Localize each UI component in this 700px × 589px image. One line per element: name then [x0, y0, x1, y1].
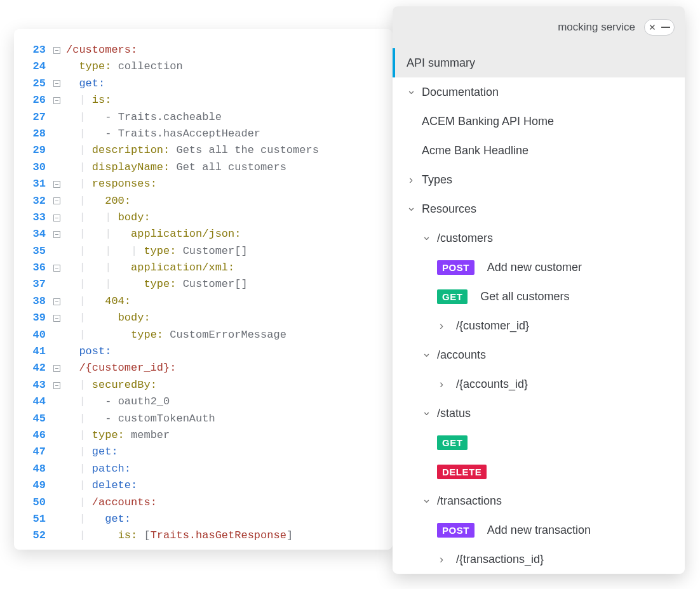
code-content[interactable]: | delete:	[62, 477, 137, 494]
code-content[interactable]: | | | type: Customer[]	[62, 243, 248, 260]
code-content[interactable]: | displayName: Get all customers	[62, 159, 286, 176]
code-content[interactable]: | 404:	[62, 293, 131, 310]
fold-toggle-icon[interactable]	[53, 365, 60, 372]
code-line[interactable]: 23/customers:	[14, 42, 393, 58]
code-content[interactable]: | - Traits.cacheable	[62, 109, 222, 126]
resource-child-node[interactable]: /{transactions_id}	[393, 545, 685, 574]
code-line[interactable]: 41 post:	[14, 343, 393, 360]
code-content[interactable]: /customers:	[62, 42, 137, 58]
fold-gutter[interactable]	[51, 298, 62, 305]
fold-gutter[interactable]	[51, 382, 62, 389]
code-line[interactable]: 44 | - oauth2_0	[14, 394, 393, 410]
code-content[interactable]: | securedBy:	[62, 377, 157, 394]
code-line[interactable]: 28 | - Traits.hasAcceptHeader	[14, 126, 393, 142]
fold-gutter[interactable]	[51, 47, 62, 54]
code-line[interactable]: 27 | - Traits.cacheable	[14, 109, 393, 126]
code-line[interactable]: 46 | type: member	[14, 427, 393, 444]
code-line[interactable]: 36 | | application/xml:	[14, 260, 393, 276]
resource-node[interactable]: /customers	[393, 223, 685, 253]
code-content[interactable]: | 200:	[62, 193, 131, 209]
fold-gutter[interactable]	[51, 215, 62, 222]
code-line[interactable]: 43 | securedBy:	[14, 377, 393, 394]
fold-gutter[interactable]	[51, 315, 62, 322]
nav-api-summary[interactable]: API summary	[393, 48, 685, 77]
fold-gutter[interactable]	[51, 365, 62, 372]
resource-child-node[interactable]: /{accounts_id}	[393, 369, 685, 399]
doc-item-home[interactable]: ACEM Banking API Home	[393, 107, 685, 136]
code-line[interactable]: 42 /{customer_id}:	[14, 360, 393, 376]
code-line[interactable]: 50 | /accounts:	[14, 494, 393, 511]
code-content[interactable]: | is:	[62, 92, 111, 109]
mocking-service-toggle[interactable]: ✕	[644, 19, 675, 36]
code-line[interactable]: 51 | get:	[14, 511, 393, 527]
code-editor[interactable]: 23/customers:24 type: collection25 get:2…	[14, 29, 393, 550]
code-line[interactable]: 38 | 404:	[14, 293, 393, 310]
code-line[interactable]: 49 | delete:	[14, 477, 393, 494]
code-content[interactable]: | get:	[62, 444, 118, 460]
code-content[interactable]: get:	[62, 76, 105, 92]
fold-gutter[interactable]	[51, 265, 62, 272]
resource-child-node[interactable]: /{customer_id}	[393, 311, 685, 340]
nav-types[interactable]: Types	[393, 165, 685, 194]
code-content[interactable]: | - customTokenAuth	[62, 411, 215, 427]
code-content[interactable]: | - Traits.hasAcceptHeader	[62, 126, 260, 142]
endpoint-row[interactable]: GETGet all customers	[393, 282, 685, 311]
code-line[interactable]: 24 type: collection	[14, 58, 393, 75]
code-content[interactable]: | patch:	[62, 461, 131, 477]
code-line[interactable]: 26 | is:	[14, 92, 393, 109]
fold-toggle-icon[interactable]	[53, 181, 60, 188]
code-content[interactable]: | type: member	[62, 427, 170, 444]
fold-gutter[interactable]	[51, 197, 62, 204]
code-line[interactable]: 37 | | type: Customer[]	[14, 276, 393, 293]
code-line[interactable]: 35 | | | type: Customer[]	[14, 243, 393, 260]
endpoint-row[interactable]: POSTAdd new transaction	[393, 515, 685, 545]
fold-toggle-icon[interactable]	[53, 47, 60, 54]
code-line[interactable]: 40 | type: CustomErrorMessage	[14, 327, 393, 343]
code-content[interactable]: | is: [Traits.hasGetResponse]	[62, 527, 293, 544]
fold-toggle-icon[interactable]	[53, 80, 60, 87]
code-content[interactable]: | | type: Customer[]	[62, 276, 248, 293]
code-content[interactable]: | /accounts:	[62, 494, 157, 511]
code-content[interactable]: | responses:	[62, 176, 157, 192]
code-line[interactable]: 48 | patch:	[14, 461, 393, 477]
code-content[interactable]: | | application/xml:	[62, 260, 234, 276]
fold-toggle-icon[interactable]	[53, 315, 60, 322]
code-line[interactable]: 52 | is: [Traits.hasGetResponse]	[14, 527, 393, 544]
endpoint-row[interactable]: GET	[393, 428, 685, 457]
code-line[interactable]: 30 | displayName: Get all customers	[14, 159, 393, 176]
fold-gutter[interactable]	[51, 231, 62, 238]
code-content[interactable]: | body:	[62, 310, 151, 326]
code-content[interactable]: post:	[62, 343, 111, 360]
code-content[interactable]: | | body:	[62, 209, 151, 226]
doc-item-headline[interactable]: Acme Bank Headline	[393, 136, 685, 165]
code-line[interactable]: 29 | description: Gets all the customers	[14, 142, 393, 159]
fold-toggle-icon[interactable]	[53, 382, 60, 389]
resource-node[interactable]: /status	[393, 399, 685, 428]
code-line[interactable]: 25 get:	[14, 76, 393, 92]
code-line[interactable]: 33 | | body:	[14, 209, 393, 226]
fold-toggle-icon[interactable]	[53, 197, 60, 204]
fold-toggle-icon[interactable]	[53, 265, 60, 272]
nav-resources[interactable]: Resources	[393, 194, 685, 223]
code-line[interactable]: 39 | body:	[14, 310, 393, 326]
code-content[interactable]: | description: Gets all the customers	[62, 142, 319, 159]
code-content[interactable]: | | application/json:	[62, 226, 241, 242]
code-line[interactable]: 47 | get:	[14, 444, 393, 460]
fold-toggle-icon[interactable]	[53, 215, 60, 222]
nav-documentation[interactable]: Documentation	[393, 77, 685, 107]
code-content[interactable]: type: collection	[62, 58, 183, 75]
code-content[interactable]: | get:	[62, 511, 131, 527]
resource-node[interactable]: /accounts	[393, 340, 685, 369]
code-line[interactable]: 45 | - customTokenAuth	[14, 411, 393, 427]
fold-toggle-icon[interactable]	[53, 231, 60, 238]
endpoint-row[interactable]: DELETE	[393, 457, 685, 486]
code-content[interactable]: /{customer_id}:	[62, 360, 176, 376]
code-content[interactable]: | type: CustomErrorMessage	[62, 327, 286, 343]
fold-gutter[interactable]	[51, 97, 62, 104]
endpoint-row[interactable]: POSTAdd new customer	[393, 253, 685, 282]
code-line[interactable]: 31 | responses:	[14, 176, 393, 192]
fold-gutter[interactable]	[51, 181, 62, 188]
code-line[interactable]: 34 | | application/json:	[14, 226, 393, 242]
fold-toggle-icon[interactable]	[53, 298, 60, 305]
code-content[interactable]: | - oauth2_0	[62, 394, 170, 410]
